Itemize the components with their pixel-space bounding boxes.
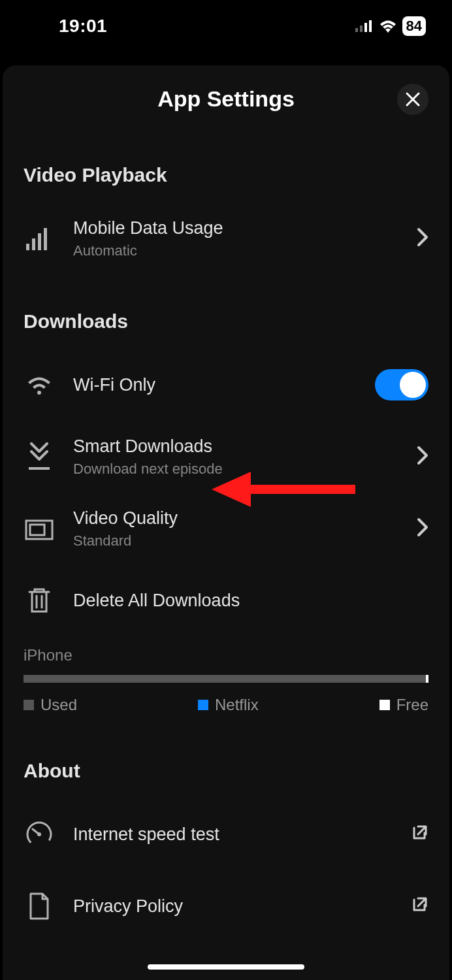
svg-rect-5 bbox=[32, 238, 35, 250]
cellular-signal-icon bbox=[355, 20, 374, 32]
row-delete-all-downloads[interactable]: Delete All Downloads bbox=[24, 574, 428, 627]
svg-rect-8 bbox=[29, 467, 50, 470]
close-button[interactable] bbox=[397, 84, 428, 115]
smart-download-icon bbox=[24, 441, 55, 472]
storage-bar bbox=[24, 675, 428, 683]
sheet-header: App Settings bbox=[24, 86, 428, 112]
wifi-icon bbox=[24, 369, 55, 400]
row-label: Wi-Fi Only bbox=[73, 375, 375, 395]
status-bar: 19:01 84 bbox=[0, 0, 452, 52]
section-downloads: Downloads Wi-Fi Only Smart Downloads Dow… bbox=[24, 310, 428, 627]
svg-rect-2 bbox=[364, 23, 367, 32]
row-label: Privacy Policy bbox=[73, 896, 410, 917]
section-title-about: About bbox=[24, 760, 428, 782]
page-title: App Settings bbox=[24, 86, 428, 112]
legend-label: Netflix bbox=[215, 696, 259, 714]
document-icon bbox=[24, 890, 55, 922]
status-indicators: 84 bbox=[355, 16, 426, 36]
svg-rect-6 bbox=[38, 233, 41, 250]
legend-label: Used bbox=[40, 696, 77, 714]
chevron-right-icon bbox=[417, 517, 428, 540]
section-video-playback: Video Playback Mobile Data Usage Automat… bbox=[24, 164, 428, 265]
row-label: Internet speed test bbox=[73, 825, 410, 845]
svg-rect-1 bbox=[360, 25, 363, 32]
legend-swatch-netflix bbox=[198, 700, 208, 710]
legend-free: Free bbox=[379, 696, 428, 714]
storage-legend: Used Netflix Free bbox=[24, 696, 428, 714]
storage-usage: iPhone Used Netflix Free bbox=[24, 646, 428, 714]
row-sublabel: Download next episode bbox=[73, 461, 417, 478]
section-title-downloads: Downloads bbox=[24, 310, 428, 333]
trash-icon bbox=[24, 585, 55, 616]
cellular-bars-icon bbox=[24, 223, 55, 254]
row-wifi-only[interactable]: Wi-Fi Only bbox=[24, 359, 428, 411]
svg-rect-0 bbox=[355, 28, 358, 32]
legend-used: Used bbox=[24, 696, 77, 714]
row-mobile-data-usage[interactable]: Mobile Data Usage Automatic bbox=[24, 212, 428, 265]
external-link-icon bbox=[410, 824, 428, 845]
status-time: 19:01 bbox=[59, 16, 107, 37]
legend-netflix: Netflix bbox=[198, 696, 259, 714]
gauge-icon bbox=[24, 819, 55, 850]
legend-swatch-free bbox=[379, 700, 390, 710]
svg-rect-4 bbox=[26, 244, 29, 250]
legend-label: Free bbox=[396, 696, 428, 714]
row-label: Video Quality bbox=[73, 508, 417, 529]
chevron-right-icon bbox=[417, 446, 428, 468]
row-privacy-policy[interactable]: Privacy Policy bbox=[24, 880, 428, 932]
close-icon bbox=[404, 91, 421, 108]
battery-indicator: 84 bbox=[402, 16, 426, 36]
storage-device-label: iPhone bbox=[24, 646, 428, 664]
section-about: About Internet speed test Privacy Policy bbox=[24, 760, 428, 932]
row-sublabel: Automatic bbox=[73, 242, 417, 259]
svg-rect-7 bbox=[44, 228, 47, 250]
section-title-video-playback: Video Playback bbox=[24, 164, 428, 186]
settings-sheet: App Settings Video Playback Mobile Data … bbox=[3, 65, 449, 980]
svg-rect-10 bbox=[30, 525, 44, 535]
row-label: Mobile Data Usage bbox=[73, 218, 417, 238]
row-internet-speed-test[interactable]: Internet speed test bbox=[24, 808, 428, 860]
svg-line-13 bbox=[33, 829, 39, 834]
svg-rect-3 bbox=[369, 20, 372, 32]
row-label: Smart Downloads bbox=[73, 436, 417, 457]
row-smart-downloads[interactable]: Smart Downloads Download next episode bbox=[24, 431, 428, 483]
row-label: Delete All Downloads bbox=[73, 591, 428, 611]
row-video-quality[interactable]: Video Quality Standard bbox=[24, 502, 428, 555]
wifi-status-icon bbox=[379, 20, 397, 33]
row-sublabel: Standard bbox=[73, 532, 417, 549]
external-link-icon bbox=[410, 896, 428, 917]
legend-swatch-used bbox=[24, 700, 34, 710]
home-indicator[interactable] bbox=[148, 964, 304, 970]
chevron-right-icon bbox=[417, 227, 428, 250]
wifi-only-toggle[interactable] bbox=[375, 369, 428, 400]
video-quality-icon bbox=[24, 513, 55, 544]
